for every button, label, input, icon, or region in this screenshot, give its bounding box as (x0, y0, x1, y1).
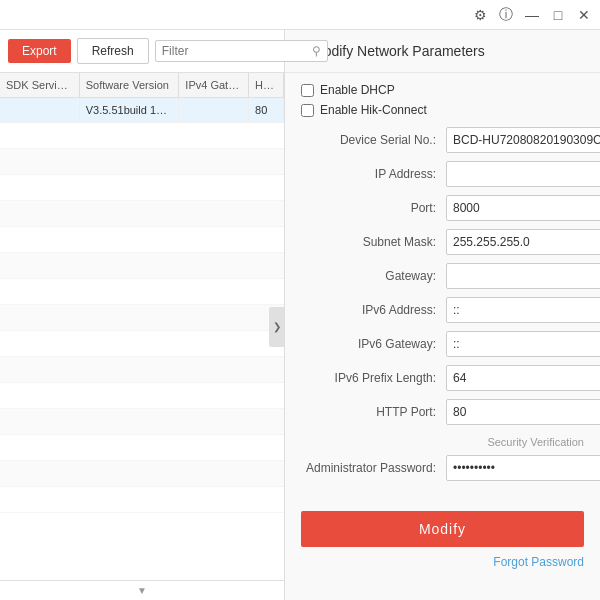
ipv6-address-row: IPv6 Address: (301, 297, 584, 323)
ipv6-prefix-input[interactable] (446, 365, 600, 391)
cell-sw: V3.5.51build 190... (80, 98, 180, 122)
enable-dhcp-checkbox[interactable] (301, 84, 314, 97)
admin-section: Administrator Password: (301, 455, 584, 481)
subnet-mask-label: Subnet Mask: (301, 235, 446, 249)
gateway-label: Gateway: (301, 269, 446, 283)
settings-icon[interactable]: ⚙ (472, 7, 488, 23)
filter-box: ⚲ (155, 40, 328, 62)
panel-header: Modify Network Parameters (285, 30, 600, 73)
forgot-password-button[interactable]: Forgot Password (493, 555, 584, 569)
scroll-indicator: ▼ (0, 580, 284, 600)
ipv6-gateway-label: IPv6 Gateway: (301, 337, 446, 351)
close-icon[interactable]: ✕ (576, 7, 592, 23)
subnet-mask-input[interactable] (446, 229, 600, 255)
cell-sdk (0, 98, 80, 122)
admin-password-label: Administrator Password: (301, 461, 446, 475)
ipv6-gateway-row: IPv6 Gateway: (301, 331, 584, 357)
port-row: Port: (301, 195, 584, 221)
enable-hik-row: Enable Hik-Connect (301, 103, 584, 117)
cell-ipv4 (179, 98, 249, 122)
table-row[interactable]: V3.5.51build 190... 80 (0, 98, 284, 123)
ipv6-gateway-input[interactable] (446, 331, 600, 357)
main-content: Export Refresh ⚲ SDK Service Port Softwa… (0, 30, 600, 600)
search-icon: ⚲ (312, 44, 321, 58)
form-section: Device Serial No.: IP Address: Port: Sub… (301, 127, 584, 425)
ipv6-address-label: IPv6 Address: (301, 303, 446, 317)
security-section: Security Verification (301, 435, 584, 449)
port-label: Port: (301, 201, 446, 215)
panel-body: Enable DHCP Enable Hik-Connect Device Se… (285, 73, 600, 499)
filter-input[interactable] (162, 44, 312, 58)
cell-http: 80 (249, 98, 284, 122)
ipv6-address-input[interactable] (446, 297, 600, 323)
device-serial-label: Device Serial No.: (301, 133, 446, 147)
enable-dhcp-label: Enable DHCP (320, 83, 395, 97)
down-arrow-icon: ▼ (137, 585, 147, 596)
col-header-sw: Software Version (80, 73, 180, 97)
http-port-label: HTTP Port: (301, 405, 446, 419)
info-icon[interactable]: ⓘ (498, 7, 514, 23)
col-header-ipv4: IPv4 Gateway (179, 73, 249, 97)
left-panel: Export Refresh ⚲ SDK Service Port Softwa… (0, 30, 285, 600)
ipv6-prefix-row: IPv6 Prefix Length: (301, 365, 584, 391)
ip-address-row: IP Address: (301, 161, 584, 187)
panel-title: Modify Network Parameters (312, 43, 485, 59)
modify-button[interactable]: Modify (301, 511, 584, 547)
table-header: SDK Service Port Software Version IPv4 G… (0, 73, 284, 98)
empty-rows (0, 123, 284, 513)
admin-password-row: Administrator Password: (301, 455, 584, 481)
http-port-input[interactable] (446, 399, 600, 425)
title-bar: ⚙ ⓘ — □ ✕ (0, 0, 600, 30)
http-port-row: HTTP Port: (301, 399, 584, 425)
button-section: Modify Forgot Password (285, 499, 600, 581)
gateway-input[interactable] (446, 263, 600, 289)
col-header-http: HTTP (249, 73, 284, 97)
subnet-mask-row: Subnet Mask: (301, 229, 584, 255)
admin-password-input[interactable] (446, 455, 600, 481)
ip-address-input[interactable] (446, 161, 600, 187)
collapse-panel-button[interactable]: ❯ (269, 307, 284, 347)
device-serial-input[interactable] (446, 127, 600, 153)
gateway-row: Gateway: (301, 263, 584, 289)
export-button[interactable]: Export (8, 39, 71, 63)
toolbar: Export Refresh ⚲ (0, 30, 284, 73)
refresh-button[interactable]: Refresh (77, 38, 149, 64)
enable-hik-checkbox[interactable] (301, 104, 314, 117)
right-panel: Modify Network Parameters Enable DHCP En… (285, 30, 600, 600)
enable-hik-label: Enable Hik-Connect (320, 103, 427, 117)
minimize-icon[interactable]: — (524, 7, 540, 23)
col-header-sdk: SDK Service Port (0, 73, 80, 97)
maximize-icon[interactable]: □ (550, 7, 566, 23)
table-container: SDK Service Port Software Version IPv4 G… (0, 73, 284, 580)
title-bar-icons: ⚙ ⓘ — □ ✕ (472, 7, 592, 23)
device-serial-row: Device Serial No.: (301, 127, 584, 153)
security-label: Security Verification (487, 436, 584, 448)
port-input[interactable] (446, 195, 600, 221)
ip-address-label: IP Address: (301, 167, 446, 181)
enable-dhcp-row: Enable DHCP (301, 83, 584, 97)
ipv6-prefix-label: IPv6 Prefix Length: (301, 371, 446, 385)
